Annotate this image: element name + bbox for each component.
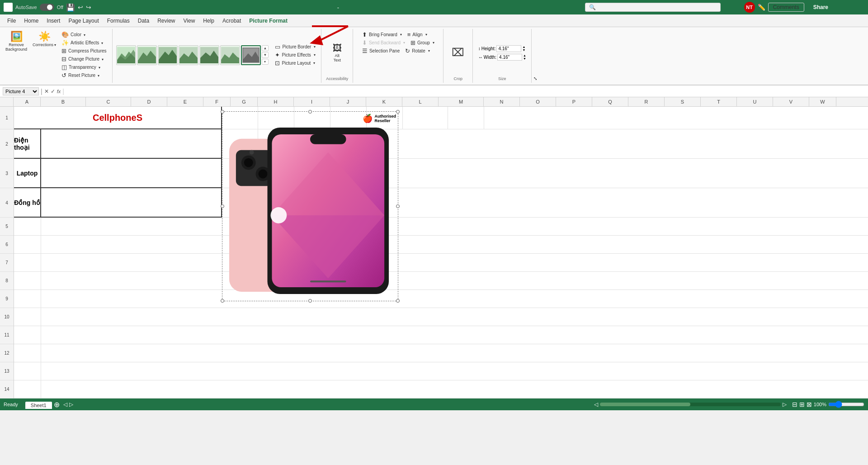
cell-a10[interactable] [14,308,41,326]
handle-br[interactable] [396,299,400,303]
remove-background-button[interactable]: 🖼️ RemoveBackground [4,31,29,52]
col-N[interactable]: N [484,97,520,106]
selection-pane-button[interactable]: ☰ Selection Pane [360,47,401,55]
add-sheet-button[interactable]: ⊕ [54,400,60,409]
picture-border-button[interactable]: ▭ Picture Border ▾ [273,43,317,51]
gallery-more-arrow[interactable]: ▾ [262,59,269,65]
width-input[interactable] [497,54,522,61]
width-up-button[interactable]: ▲ [523,54,526,57]
row-num-1[interactable]: 1 [0,107,14,129]
menu-page-layout[interactable]: Page Layout [65,16,102,26]
align-button[interactable]: ≡ Align ▾ [406,31,429,38]
gallery-up-arrow[interactable]: ▲ [262,45,269,51]
cell-a13[interactable] [14,362,41,380]
row-num-3[interactable]: 3 [0,159,14,188]
cell-a8[interactable] [14,272,41,290]
row-num-6[interactable]: 6 [0,236,14,254]
cell-rest-14[interactable] [41,380,868,399]
corrections-button[interactable]: ☀️ Corrections▾ [31,31,58,48]
row-num-10[interactable]: 10 [0,308,14,326]
cell-a11[interactable] [14,326,41,344]
row-num-11[interactable]: 11 [0,326,14,344]
picture-style-3[interactable] [158,45,178,65]
cell-rest-6[interactable] [41,236,868,254]
col-R[interactable]: R [628,97,665,106]
col-W[interactable]: W [809,97,836,106]
undo-icon[interactable]: ↩ [78,4,83,11]
menu-insert[interactable]: Insert [43,16,64,26]
page-layout-view-button[interactable]: ⊞ [799,401,805,408]
col-U[interactable]: U [737,97,773,106]
cell-b-g2[interactable] [41,129,222,159]
artistic-effects-button[interactable]: ✨ Artistic Effects ▾ [60,39,108,47]
cell-rest-10[interactable] [41,308,868,326]
col-L[interactable]: L [402,97,439,106]
redo-icon[interactable]: ↪ [86,4,91,11]
row-num-7[interactable]: 7 [0,254,14,272]
col-J[interactable]: J [330,97,366,106]
search-bar[interactable]: 🔍 [585,3,721,12]
menu-file[interactable]: File [4,16,19,26]
phone-image-container[interactable]: 🍎 Authorised Reseller [222,111,398,301]
scrollbar-thumb[interactable] [600,403,690,406]
page-break-view-button[interactable]: ⊠ [807,401,812,408]
col-V[interactable]: V [773,97,809,106]
confirm-formula-button[interactable]: ✓ [51,88,55,95]
height-spinners[interactable]: ▲ ▼ [522,45,525,52]
handle-mr[interactable] [396,204,400,208]
menu-acrobat[interactable]: Acrobat [219,16,245,26]
handle-tm[interactable] [308,110,312,114]
cell-rest-12[interactable] [41,344,868,362]
scroll-left-button[interactable]: ◁ [594,401,598,408]
cell-a14[interactable] [14,380,41,399]
row-num-4[interactable]: 4 [0,188,14,218]
send-backward-button[interactable]: ⬇ Send Backward ▾ [360,39,407,47]
cell-b-g4[interactable] [41,188,222,218]
autosave-toggle[interactable] [40,4,54,11]
nav-left-button[interactable]: ◁ [63,401,67,408]
col-E[interactable]: E [167,97,203,106]
share-button[interactable]: Share [807,2,835,12]
handle-tr[interactable] [396,110,400,114]
col-S[interactable]: S [665,97,701,106]
cell-a2[interactable]: Điện thoại [14,129,41,159]
row-num-2[interactable]: 2 [0,129,14,159]
compress-pictures-button[interactable]: ⊞ Compress Pictures [60,47,108,55]
row-num-14[interactable]: 14 [0,380,14,399]
cell-n1[interactable] [448,107,484,129]
cell-rest-5[interactable] [41,218,868,236]
height-input[interactable] [496,45,521,52]
menu-home[interactable]: Home [20,16,42,26]
picture-style-5[interactable] [199,45,219,65]
scroll-right-button[interactable]: ▷ [783,401,787,408]
sheet1-tab[interactable]: Sheet1 [25,402,52,409]
horizontal-scrollbar[interactable] [600,403,781,406]
menu-help[interactable]: Help [199,16,218,26]
row-num-5[interactable]: 5 [0,218,14,236]
picture-style-7-selected[interactable] [241,45,261,65]
menu-formulas[interactable]: Formulas [104,16,133,26]
col-A[interactable]: A [14,97,41,106]
cell-rest-8[interactable] [41,272,868,290]
menu-data[interactable]: Data [134,16,153,26]
width-spinners[interactable]: ▲ ▼ [523,54,526,60]
row-num-8[interactable]: 8 [0,272,14,290]
cancel-formula-button[interactable]: ✕ [44,88,49,95]
row-num-12[interactable]: 12 [0,344,14,362]
width-down-button[interactable]: ▼ [523,57,526,60]
picture-style-2[interactable] [137,45,157,65]
col-B[interactable]: B [41,97,86,106]
picture-style-6[interactable] [220,45,240,65]
handle-bm[interactable] [308,299,312,303]
col-M[interactable]: M [439,97,484,106]
row-num-9[interactable]: 9 [0,290,14,308]
cell-rest-11[interactable] [41,326,868,344]
col-H[interactable]: H [258,97,294,106]
col-D[interactable]: D [131,97,167,106]
col-C[interactable]: C [86,97,131,106]
cell-rest-1[interactable] [484,107,868,129]
reset-picture-button[interactable]: ↺ Reset Picture ▾ [60,71,108,79]
menu-view[interactable]: View [180,16,199,26]
cell-a5[interactable] [14,218,41,236]
bring-forward-button[interactable]: ⬆ Bring Forward ▾ [360,31,404,38]
